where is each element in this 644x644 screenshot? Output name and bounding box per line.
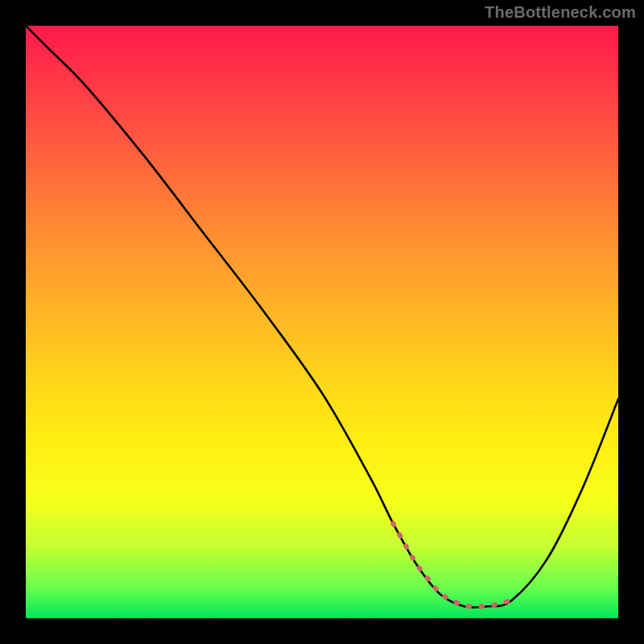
bottleneck-curve-svg: [26, 26, 618, 618]
plot-area: [26, 26, 618, 618]
bottleneck-curve: [26, 26, 618, 608]
watermark-text: TheBottleneck.com: [485, 3, 636, 22]
chart-frame: TheBottleneck.com: [0, 0, 644, 644]
valley-highlight: [393, 523, 511, 606]
